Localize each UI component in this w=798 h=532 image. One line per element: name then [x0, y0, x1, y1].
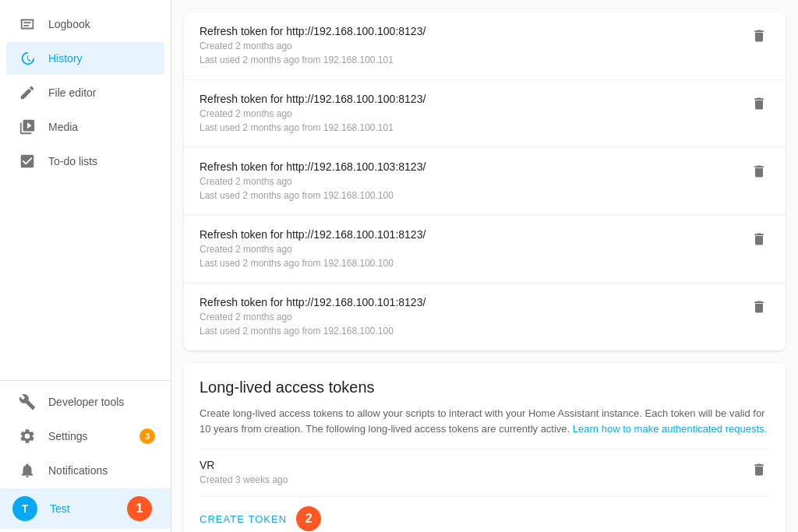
sidebar-item-todo-label: To-do lists [48, 155, 97, 167]
sidebar-item-developer-tools[interactable]: Developer tools [6, 386, 164, 418]
token-info: Refresh token for http://192.168.100.100… [200, 93, 425, 135]
sidebar-item-logbook-label: Logbook [48, 18, 90, 30]
token-title: Refresh token for http://192.168.100.100… [200, 25, 425, 37]
sidebar-item-file-editor[interactable]: File editor [6, 76, 164, 109]
token-item: Refresh token for http://192.168.100.103… [184, 148, 786, 216]
token-info: Refresh token for http://192.168.100.103… [200, 160, 425, 203]
sidebar-item-todo[interactable]: To-do lists [6, 145, 164, 178]
token-title: Refresh token for http://192.168.100.101… [200, 296, 425, 308]
token-title: Refresh token for http://192.168.100.100… [200, 93, 425, 105]
token-info: Refresh token for http://192.168.100.101… [200, 296, 425, 338]
delete-token-button[interactable] [748, 296, 770, 318]
create-token-button[interactable]: CREATE TOKEN [200, 507, 287, 531]
token-created: Created 2 months ago [200, 174, 425, 188]
ll-token-name: VR [200, 459, 288, 471]
token-item: Refresh token for http://192.168.100.100… [184, 12, 786, 80]
token-info: Refresh token for http://192.168.100.101… [200, 228, 425, 270]
sidebar-item-settings-label: Settings [48, 430, 88, 442]
sidebar-bottom: Developer tools Settings 3 Notifications… [0, 380, 171, 532]
file-editor-icon [19, 84, 36, 101]
token-title: Refresh token for http://192.168.100.103… [200, 160, 425, 173]
developer-icon [19, 393, 36, 410]
create-token-step-bubble: 2 [296, 506, 321, 531]
ll-token-info: VR Created 3 weeks ago [200, 459, 288, 487]
token-created: Created 2 months ago [200, 39, 425, 53]
token-title: Refresh token for http://192.168.100.101… [200, 228, 425, 241]
token-info: Refresh token for http://192.168.100.100… [200, 25, 425, 67]
ll-token-item: VR Created 3 weeks ago [200, 449, 770, 496]
delete-ll-token-button[interactable] [748, 459, 770, 481]
sidebar-item-logbook[interactable]: Logbook [6, 8, 164, 41]
token-last-used: Last used 2 months ago from 192.168.100.… [200, 188, 425, 203]
token-created: Created 2 months ago [200, 310, 425, 324]
long-lived-section: Long-lived access tokens Create long-liv… [184, 363, 786, 532]
sidebar: Logbook History File editor [0, 0, 171, 532]
token-created: Created 2 months ago [200, 107, 425, 121]
user-step-bubble: 1 [127, 496, 152, 521]
token-last-used: Last used 2 months ago from 192.168.100.… [200, 121, 425, 135]
token-item: Refresh token for http://192.168.100.100… [184, 80, 786, 148]
long-lived-title: Long-lived access tokens [200, 379, 770, 396]
delete-token-button[interactable] [748, 25, 770, 47]
settings-badge: 3 [139, 428, 155, 444]
token-last-used: Last used 2 months ago from 192.168.100.… [200, 324, 425, 338]
token-item: Refresh token for http://192.168.100.101… [184, 216, 786, 284]
settings-icon [19, 428, 36, 445]
sidebar-nav: Logbook History File editor [0, 0, 171, 380]
sidebar-item-file-editor-label: File editor [48, 86, 96, 99]
sidebar-item-history[interactable]: History [6, 42, 164, 75]
refresh-tokens-card: Refresh token for http://192.168.100.100… [184, 12, 786, 351]
media-icon [19, 118, 36, 136]
logbook-icon [19, 16, 36, 33]
sidebar-item-notifications[interactable]: Notifications [6, 454, 164, 487]
sidebar-item-media[interactable]: Media [6, 111, 164, 143]
create-token-area: CREATE TOKEN 2 [200, 496, 770, 532]
delete-token-button[interactable] [748, 93, 770, 115]
bell-icon [19, 462, 36, 479]
token-created: Created 2 months ago [200, 242, 425, 256]
token-item: Refresh token for http://192.168.100.101… [184, 284, 786, 351]
delete-token-button[interactable] [748, 160, 770, 182]
history-icon [19, 50, 36, 67]
token-last-used: Last used 2 months ago from 192.168.100.… [200, 256, 425, 270]
long-lived-description: Create long-lived access tokens to allow… [200, 406, 770, 436]
delete-token-button[interactable] [748, 228, 770, 250]
user-item[interactable]: T Test 1 [0, 488, 171, 529]
sidebar-item-developer-tools-label: Developer tools [48, 396, 124, 408]
ll-token-created: Created 3 weeks ago [200, 473, 288, 487]
sidebar-item-history-label: History [48, 52, 83, 65]
sidebar-item-settings[interactable]: Settings 3 [6, 420, 164, 453]
main-content: Refresh token for http://192.168.100.100… [171, 0, 798, 532]
avatar: T [12, 496, 37, 521]
learn-more-link[interactable]: Learn how to make authenticated requests… [573, 423, 767, 435]
sidebar-item-notifications-label: Notifications [48, 464, 108, 477]
user-name: Test [50, 502, 70, 515]
sidebar-item-media-label: Media [48, 121, 78, 133]
token-last-used: Last used 2 months ago from 192.168.100.… [200, 53, 425, 67]
todo-icon [19, 153, 36, 170]
